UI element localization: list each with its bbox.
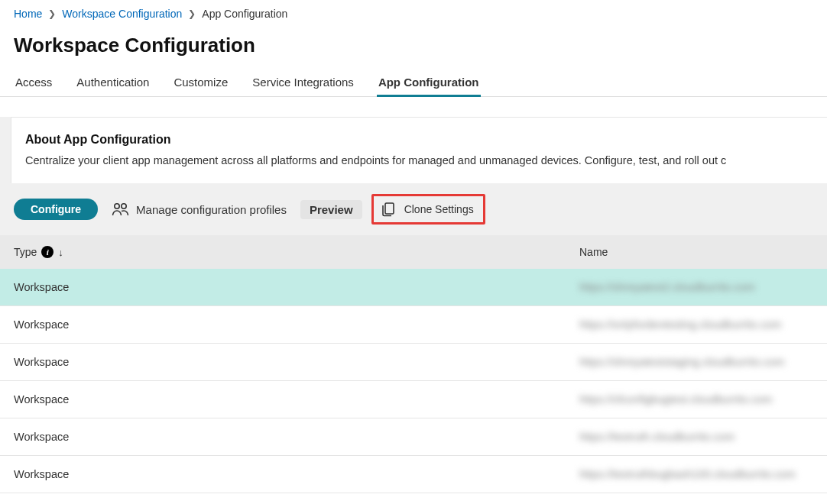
- cell-name: https://shreyatest2.cloudburrito.com: [579, 281, 813, 293]
- table-row[interactable]: Workspace https://testruthbugbash100.clo…: [0, 456, 827, 493]
- about-card: About App Configuration Centralize your …: [11, 117, 827, 183]
- table-row[interactable]: Workspace https://testruth.cloudburrito.…: [0, 418, 827, 456]
- chevron-right-icon: ❯: [188, 8, 196, 19]
- sort-arrow-down-icon[interactable]: ↓: [58, 247, 63, 258]
- tab-service-integrations[interactable]: Service Integrations: [251, 71, 355, 96]
- table-row[interactable]: Workspace https://shreyateststaging.clou…: [0, 344, 827, 381]
- copy-icon: [380, 201, 397, 218]
- svg-point-0: [115, 204, 119, 208]
- breadcrumb-workspace-config[interactable]: Workspace Configuration: [62, 8, 182, 20]
- cell-name: https://onlyfordevtesting.cloudburrito.c…: [579, 318, 813, 331]
- about-description: Centralize your client app management ac…: [25, 154, 813, 166]
- cell-type: Workspace: [14, 468, 579, 480]
- about-title: About App Configuration: [25, 133, 813, 147]
- type-header-label: Type: [14, 246, 37, 258]
- clone-settings-button[interactable]: Clone Settings: [371, 194, 485, 225]
- table-row[interactable]: Workspace https://shreyatest2.cloudburri…: [0, 269, 827, 306]
- tabs-nav: Access Authentication Customize Service …: [0, 71, 827, 97]
- tab-access[interactable]: Access: [14, 71, 54, 96]
- tab-app-configuration[interactable]: App Configuration: [377, 71, 481, 96]
- breadcrumb-home[interactable]: Home: [14, 8, 42, 20]
- info-icon[interactable]: i: [41, 246, 54, 258]
- preview-button[interactable]: Preview: [300, 200, 362, 219]
- tab-customize[interactable]: Customize: [172, 71, 229, 96]
- svg-point-1: [122, 204, 126, 208]
- cell-type: Workspace: [14, 318, 579, 331]
- manage-profiles-label: Manage configuration profiles: [136, 203, 287, 216]
- manage-profiles-button[interactable]: Manage configuration profiles: [107, 199, 291, 220]
- cell-type: Workspace: [14, 431, 579, 443]
- breadcrumb: Home ❯ Workspace Configuration ❯ App Con…: [0, 0, 827, 23]
- toolbar: Configure Manage configuration profiles …: [0, 183, 827, 235]
- svg-rect-2: [385, 203, 394, 214]
- users-icon: [112, 202, 130, 217]
- breadcrumb-current: App Configuration: [202, 8, 287, 20]
- column-header-type[interactable]: Type i ↓: [14, 246, 579, 258]
- cell-type: Workspace: [14, 393, 579, 405]
- table-header: Type i ↓ Name: [0, 235, 827, 269]
- cell-name: https://cfconfigbugtest.cloudburrito.com: [579, 393, 813, 405]
- cell-name: https://testruthbugbash100.cloudburrito.…: [579, 468, 813, 480]
- chevron-right-icon: ❯: [48, 8, 56, 19]
- cell-type: Workspace: [14, 356, 579, 368]
- content-area: About App Configuration Centralize your …: [0, 117, 827, 493]
- column-header-name[interactable]: Name: [579, 246, 813, 258]
- cell-name: https://testruth.cloudburrito.com: [579, 431, 813, 443]
- cell-name: https://shreyateststaging.cloudburrito.c…: [579, 356, 813, 368]
- page-title: Workspace Configuration: [0, 23, 827, 71]
- cell-type: Workspace: [14, 281, 579, 293]
- configure-button[interactable]: Configure: [14, 199, 98, 220]
- tab-authentication[interactable]: Authentication: [75, 71, 151, 96]
- table-row[interactable]: Workspace https://onlyfordevtesting.clou…: [0, 306, 827, 344]
- clone-settings-label: Clone Settings: [404, 203, 474, 215]
- table-row[interactable]: Workspace https://cfconfigbugtest.cloudb…: [0, 381, 827, 418]
